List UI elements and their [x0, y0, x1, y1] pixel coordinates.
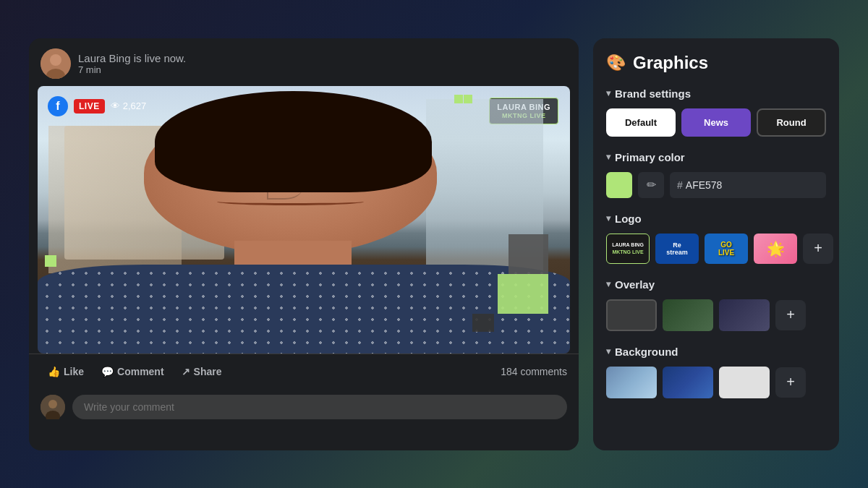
chevron-down-icon-4: ▾ [606, 279, 610, 289]
panel-title-text: Graphics [633, 53, 708, 73]
overlay-thumb-3[interactable] [719, 299, 770, 331]
username-line: Laura Bing is live now. [78, 52, 567, 64]
chevron-down-icon-3: ▾ [606, 213, 610, 223]
chevron-down-icon-5: ▾ [606, 346, 610, 356]
add-overlay-button[interactable]: + [775, 300, 806, 330]
brand-settings-label: Brand settings [615, 87, 691, 100]
chevron-down-icon-2: ▾ [606, 152, 610, 162]
share-icon: ↗ [182, 366, 190, 377]
facebook-panel: Laura Bing is live now. 7 min [29, 38, 579, 450]
overlay-section: ▾ Overlay + [606, 278, 826, 331]
logo-label: Logo [615, 213, 642, 225]
graphics-panel: 🎨 Graphics ▾ Brand settings Default News… [593, 38, 839, 450]
overlay-thumb-1[interactable] [606, 299, 657, 331]
post-header: Laura Bing is live now. 7 min [29, 38, 579, 86]
eye-icon: 👁 [111, 100, 120, 111]
brand-settings-header[interactable]: ▾ Brand settings [606, 87, 826, 100]
brand-btn-round[interactable]: Round [757, 108, 826, 137]
video-bg: LAURA BING MKTNG LIVE f LIVE 👁 2,627 Lau… [38, 86, 570, 354]
color-hex-input[interactable] [686, 179, 819, 191]
overlay-label: Overlay [615, 278, 655, 291]
panel-title: 🎨 Graphics [606, 53, 826, 73]
mouth [217, 198, 363, 205]
user-info: Laura Bing is live now. 7 min [78, 52, 567, 75]
person-container [38, 86, 570, 354]
overlay-thumb-2[interactable] [663, 299, 713, 331]
username: Laura Bing [78, 52, 131, 64]
video-player[interactable]: LAURA BING MKTNG LIVE f LIVE 👁 2,627 Lau… [38, 86, 570, 354]
like-button[interactable]: 👍 Like [41, 361, 91, 382]
comment-input[interactable] [72, 395, 567, 419]
logo2-text: Restream [666, 241, 688, 256]
shirt-pattern [38, 265, 570, 353]
background-label: Background [615, 346, 678, 358]
like-icon: 👍 [48, 366, 60, 377]
comment-icon: 💬 [101, 366, 114, 377]
primary-color-label: Primary color [615, 151, 685, 163]
user-avatar [41, 48, 71, 79]
live-status: is live now. [134, 52, 187, 64]
add-logo-button[interactable]: + [803, 234, 833, 264]
share-label: Share [194, 366, 222, 377]
comment-label: Comment [117, 366, 164, 377]
brand-btn-default[interactable]: Default [606, 108, 676, 137]
add-background-button[interactable]: + [775, 367, 806, 398]
hair [155, 91, 432, 193]
primary-color-header[interactable]: ▾ Primary color [606, 151, 826, 163]
logo-thumbnails: LAURA BINGMKTNG LIVE Restream GOLIVE 🌟 + [606, 234, 826, 264]
body [38, 265, 570, 353]
primary-color-section: ▾ Primary color ✏ # [606, 151, 826, 198]
action-buttons: 👍 Like 💬 Comment ↗ Share [41, 361, 229, 382]
bg-thumb-2[interactable] [663, 367, 713, 398]
live-bar: f LIVE 👁 2,627 [48, 96, 146, 116]
comments-count: 184 comments [501, 366, 567, 377]
facebook-icon: f [48, 96, 68, 116]
logo-thumb-3[interactable]: GOLIVE [705, 234, 748, 264]
comment-button[interactable]: 💬 Comment [94, 361, 171, 382]
chevron-down-icon: ▾ [606, 88, 610, 98]
brand-buttons-group: Default News Round [606, 108, 826, 137]
bg-thumb-1[interactable] [606, 367, 657, 398]
logo-section: ▾ Logo LAURA BINGMKTNG LIVE Restream GOL… [606, 213, 826, 264]
logo-thumb-2[interactable]: Restream [655, 234, 699, 264]
color-input-wrap: # [670, 172, 826, 198]
share-button[interactable]: ↗ Share [174, 361, 229, 382]
hash-symbol: # [677, 179, 683, 191]
logo1-text: LAURA BINGMKTNG LIVE [612, 241, 644, 254]
palette-icon: 🎨 [606, 53, 626, 72]
comment-row [29, 389, 579, 428]
overlay-header[interactable]: ▾ Overlay [606, 278, 826, 291]
live-badge: LIVE [74, 99, 105, 114]
eyedropper-icon: ✏ [647, 178, 656, 192]
bg-thumb-3[interactable] [719, 367, 770, 398]
background-section: ▾ Background + [606, 346, 826, 398]
background-header[interactable]: ▾ Background [606, 346, 826, 358]
logo3-text: GOLIVE [718, 241, 734, 257]
svg-point-1 [50, 54, 61, 66]
logo4-icon: 🌟 [767, 240, 785, 257]
actions-bar: 👍 Like 💬 Comment ↗ Share 184 comments [29, 354, 579, 389]
svg-point-4 [48, 400, 57, 408]
logo-thumb-4[interactable]: 🌟 [754, 234, 797, 264]
like-label: Like [64, 366, 84, 377]
brand-settings-section: ▾ Brand settings Default News Round [606, 87, 826, 137]
background-thumbnails: + [606, 367, 826, 398]
logo-header[interactable]: ▾ Logo [606, 213, 826, 225]
view-count-number: 2,627 [123, 100, 147, 111]
commenter-avatar [41, 395, 65, 419]
view-count: 👁 2,627 [111, 100, 147, 111]
logo-thumb-1[interactable]: LAURA BINGMKTNG LIVE [606, 234, 650, 264]
color-swatch[interactable] [606, 172, 632, 198]
brand-btn-news[interactable]: News [681, 108, 751, 137]
eyedropper-button[interactable]: ✏ [638, 172, 664, 198]
overlay-thumbnails: + [606, 299, 826, 331]
post-time: 7 min [78, 64, 567, 75]
color-row: ✏ # [606, 172, 826, 198]
